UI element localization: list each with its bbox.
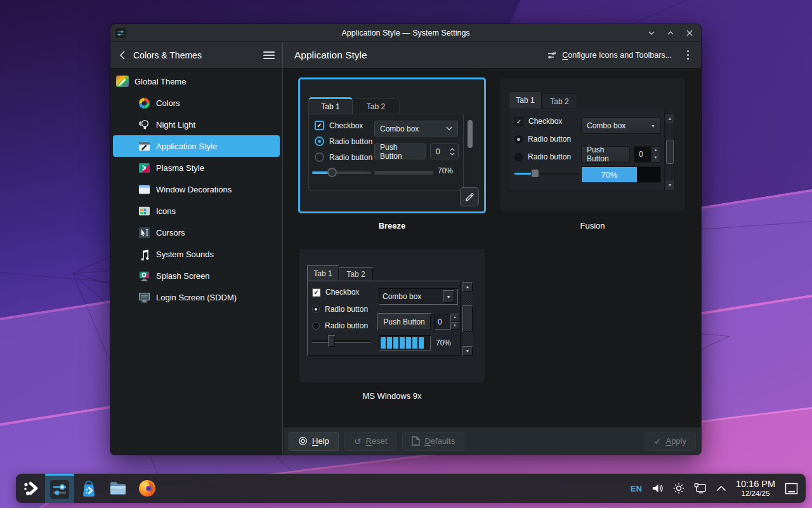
brightness-icon[interactable]: [673, 483, 684, 494]
checkbox[interactable]: ✓: [312, 288, 320, 297]
scroll-up-arrow: ▲: [462, 282, 473, 291]
tab-2[interactable]: Tab 2: [542, 93, 577, 109]
tab-2[interactable]: Tab 2: [339, 267, 373, 281]
tab-1[interactable]: Tab 1: [308, 97, 353, 114]
back-button[interactable]: [118, 50, 127, 60]
taskbar-system-settings[interactable]: [45, 474, 74, 503]
checkbox[interactable]: ✓: [514, 117, 523, 126]
window-title: Application Style — System Settings: [110, 29, 701, 37]
document-icon: [412, 436, 420, 446]
sidebar-item-window-decorations[interactable]: Window Decorations: [113, 178, 280, 200]
scroll-down-arrow: ▼: [462, 346, 473, 356]
radio-button-selected[interactable]: [312, 305, 320, 313]
scroll-down-arrow: ▼: [665, 180, 674, 190]
system-tray: EN 10:16 PM 12/24/25: [631, 474, 806, 503]
window-decorations-icon: [137, 182, 151, 196]
tab-2[interactable]: Tab 2: [353, 98, 400, 114]
keyboard-layout-indicator[interactable]: EN: [631, 484, 642, 493]
taskbar-discover[interactable]: [74, 474, 103, 503]
sidebar-item-plasma-style[interactable]: Plasma Style: [113, 157, 280, 178]
progress-bar: 70%: [581, 166, 661, 183]
music-note-icon: [137, 247, 151, 261]
taskbar-firefox[interactable]: [133, 474, 162, 503]
sidebar-item-login-screen[interactable]: Login Screen (SDDM): [113, 286, 280, 308]
scrollbar[interactable]: ▲ ▼: [665, 113, 675, 190]
radio-button-selected[interactable]: [514, 135, 523, 144]
taskbar-file-manager[interactable]: [103, 474, 133, 503]
configure-icon: [547, 51, 558, 60]
tab-frame: ✓ Checkbox Radio button Radio button: [509, 109, 665, 191]
progress-value: 70%: [436, 338, 451, 347]
reset-button[interactable]: ↺ Reset: [344, 432, 397, 451]
sidebar: Global Theme Colors Night Light: [110, 69, 283, 454]
volume-icon[interactable]: [652, 483, 664, 494]
slider[interactable]: [514, 169, 578, 178]
radio-button[interactable]: [514, 153, 523, 161]
style-preview-grid: Tab 1 Tab 2 ✓ Checkbox Radio button: [283, 69, 701, 454]
radio-button[interactable]: [312, 322, 320, 330]
spin-box[interactable]: 0 ▲▼: [434, 314, 459, 330]
spin-box[interactable]: 0 ▲▼: [634, 146, 660, 163]
lightbulb-icon: [137, 117, 151, 131]
defaults-button[interactable]: Defaults: [402, 432, 464, 451]
sidebar-item-night-light[interactable]: Night Light: [113, 114, 280, 135]
maximize-button[interactable]: [665, 28, 676, 38]
nav-header: Colors & Themes: [110, 42, 283, 68]
minimize-button[interactable]: [646, 28, 657, 38]
global-theme-icon: [115, 74, 129, 88]
radio-button-selected[interactable]: [315, 137, 324, 146]
app-launcher-button[interactable]: [16, 474, 45, 503]
push-button[interactable]: Push Button: [374, 144, 426, 159]
taskbar: EN 10:16 PM 12/24/25: [16, 474, 806, 503]
menu-button[interactable]: [263, 51, 275, 59]
overflow-menu-button[interactable]: [682, 50, 693, 60]
combo-box[interactable]: Combo box: [374, 121, 458, 137]
style-card-breeze[interactable]: Tab 1 Tab 2 ✓ Checkbox Radio button: [298, 77, 486, 213]
sidebar-item-system-sounds[interactable]: System Sounds: [113, 243, 280, 265]
sidebar-item-colors[interactable]: Colors: [113, 92, 280, 114]
radio-button[interactable]: [315, 152, 324, 162]
plasma-style-icon: [137, 161, 151, 175]
sidebar-item-cursors[interactable]: Cursors: [113, 222, 280, 243]
progress-value: 70%: [582, 167, 637, 182]
chevron-up-icon[interactable]: [716, 485, 726, 491]
push-button[interactable]: Push Button: [377, 313, 431, 330]
apply-button[interactable]: ✓ Apply: [645, 432, 696, 451]
close-button[interactable]: [684, 28, 695, 38]
combo-box[interactable]: Combo box ▼: [379, 288, 458, 305]
progress-bar: [374, 171, 433, 175]
titlebar[interactable]: Application Style — System Settings: [110, 24, 701, 42]
scroll-thumb: [666, 140, 674, 164]
display-icon[interactable]: [694, 483, 707, 494]
checkbox[interactable]: ✓: [315, 121, 324, 130]
color-wheel-icon: [137, 96, 151, 110]
spin-box[interactable]: 0: [430, 144, 459, 159]
sidebar-item-global-theme[interactable]: Global Theme: [113, 70, 280, 92]
show-desktop-button[interactable]: [785, 483, 798, 495]
application-style-icon: [137, 139, 151, 153]
scrollbar[interactable]: ▲ ▼: [462, 282, 473, 356]
style-card-fusion[interactable]: Tab 1 Tab 2 ✓ Checkbox Radio button: [500, 79, 685, 211]
sidebar-item-icons[interactable]: Icons: [113, 200, 280, 222]
scroll-up-arrow: ▲: [665, 114, 674, 123]
clock[interactable]: 10:16 PM 12/24/25: [736, 479, 775, 498]
style-card-ms-windows-9x[interactable]: Tab 1 Tab 2 ✓ Checkbox Radio button: [299, 249, 485, 382]
help-button[interactable]: Help: [289, 432, 339, 451]
combo-box[interactable]: Combo box ▼: [581, 117, 661, 134]
configure-toolbars-button[interactable]: Configure Icons and Toolbars...: [547, 51, 672, 60]
tab-1[interactable]: Tab 1: [509, 91, 542, 109]
slider[interactable]: [312, 168, 371, 177]
splash-screen-icon: [137, 269, 151, 283]
edit-style-button[interactable]: [460, 187, 479, 206]
clock-time: 10:16 PM: [736, 479, 775, 490]
slider[interactable]: [312, 335, 370, 347]
tab-1[interactable]: Tab 1: [307, 265, 339, 281]
sidebar-item-splash-screen[interactable]: Splash Screen: [113, 265, 280, 286]
style-name-ms-windows-9x: MS Windows 9x: [299, 391, 485, 401]
push-button[interactable]: Push Button: [581, 146, 630, 163]
scrollbar[interactable]: [468, 120, 473, 148]
footer-buttons: Help ↺ Reset Defaults ✓ Apply: [284, 427, 701, 455]
window-header: Colors & Themes Application Style Config…: [110, 42, 701, 69]
combo-dropdown-button: ▼: [443, 290, 454, 303]
sidebar-item-application-style[interactable]: Application Style: [113, 135, 280, 157]
